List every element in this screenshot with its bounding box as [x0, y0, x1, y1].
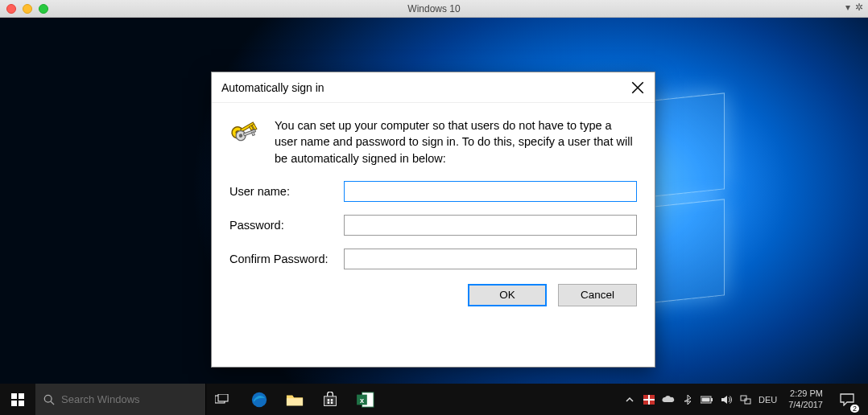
svg-rect-18 [287, 398, 303, 405]
svg-rect-23 [331, 401, 333, 404]
taskbar-search-input[interactable] [61, 393, 198, 405]
vm-settings-gear-icon[interactable]: ✲ [855, 2, 863, 13]
action-center-button[interactable]: 2 [833, 384, 862, 415]
tray-flag-icon[interactable] [643, 393, 655, 406]
svg-rect-9 [11, 393, 17, 399]
task-view-button[interactable] [206, 384, 238, 415]
tray-chevron-up-icon[interactable] [623, 393, 636, 406]
svg-text:x: x [360, 396, 364, 404]
taskbar-app-file-explorer[interactable] [277, 384, 312, 415]
start-button[interactable] [0, 384, 35, 415]
windows-logo-icon [11, 393, 24, 406]
dialog-description: You can set up your computer so that use… [275, 117, 637, 166]
svg-line-14 [51, 401, 54, 405]
windows-taskbar: x DEU 2:29 PM 7/4/2017 2 [0, 384, 868, 415]
taskbar-app-store[interactable] [312, 384, 348, 415]
mac-titlebar: Windows 10 ▾ ✲ [0, 0, 868, 18]
tray-network-icon[interactable] [739, 393, 752, 406]
task-view-icon [215, 394, 229, 405]
notification-badge: 2 [850, 405, 859, 413]
dialog-titlebar[interactable]: Automatically sign in [212, 72, 655, 103]
tray-battery-icon[interactable] [701, 393, 713, 406]
store-icon [322, 392, 338, 408]
folder-icon [286, 392, 304, 408]
username-label: User name: [229, 185, 344, 198]
taskbar-time: 2:29 PM [788, 388, 823, 399]
svg-rect-16 [218, 394, 228, 401]
taskbar-app-excel[interactable]: x [348, 384, 383, 415]
taskbar-pinned-apps: x [242, 384, 383, 415]
taskbar-search[interactable] [35, 384, 206, 415]
password-input[interactable] [344, 215, 637, 236]
svg-rect-29 [648, 395, 650, 405]
auto-signin-dialog: Automatically sign in [211, 72, 655, 368]
username-input[interactable] [344, 181, 637, 202]
tray-bluetooth-icon[interactable] [681, 393, 694, 406]
tray-onedrive-icon[interactable] [662, 393, 675, 406]
svg-rect-21 [331, 399, 333, 401]
password-label: Password: [229, 219, 344, 232]
svg-point-13 [44, 395, 52, 402]
taskbar-clock[interactable]: 2:29 PM 7/4/2017 [788, 388, 823, 409]
search-icon [43, 394, 55, 405]
cancel-button[interactable]: Cancel [558, 284, 637, 306]
tray-language-indicator[interactable]: DEU [758, 395, 777, 405]
confirm-password-input[interactable] [344, 249, 637, 269]
svg-rect-11 [11, 401, 17, 406]
dialog-title: Automatically sign in [221, 81, 324, 94]
edge-icon [250, 391, 268, 409]
svg-rect-31 [711, 398, 713, 401]
dialog-close-button[interactable] [630, 80, 645, 95]
svg-rect-19 [324, 396, 337, 405]
tray-volume-icon[interactable] [720, 393, 733, 406]
windows-desktop: Automatically sign in [0, 18, 868, 384]
vm-menu-dropdown-icon[interactable]: ▾ [845, 2, 850, 13]
taskbar-app-edge[interactable] [242, 384, 277, 415]
excel-icon: x [357, 392, 374, 408]
keys-icon [229, 117, 262, 150]
svg-rect-20 [328, 399, 330, 401]
svg-rect-22 [328, 401, 330, 404]
mac-window-title: Windows 10 [0, 3, 868, 14]
svg-rect-32 [701, 397, 709, 401]
svg-rect-34 [745, 399, 750, 404]
ok-button[interactable]: OK [468, 284, 547, 306]
svg-rect-10 [19, 393, 24, 399]
svg-rect-33 [741, 396, 746, 401]
taskbar-date: 7/4/2017 [788, 400, 823, 410]
confirm-password-label: Confirm Password: [229, 253, 344, 265]
close-icon [630, 80, 645, 95]
svg-rect-12 [19, 401, 24, 406]
system-tray: DEU 2:29 PM 7/4/2017 2 [623, 384, 868, 415]
